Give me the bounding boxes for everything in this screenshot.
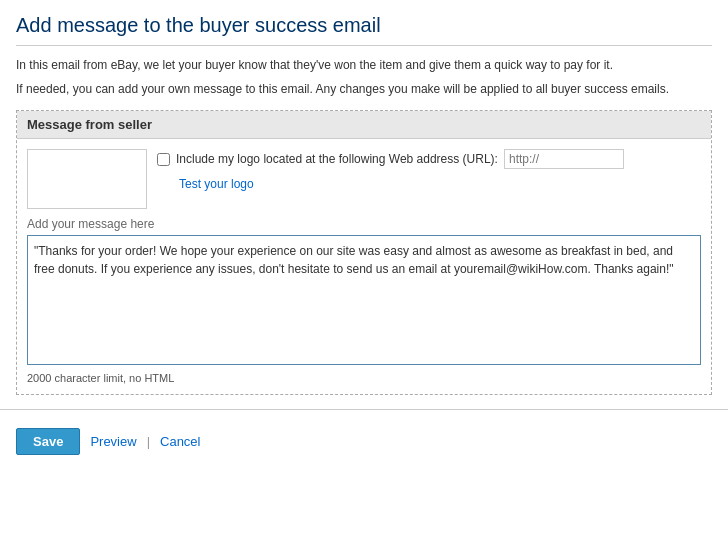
intro-text-1: In this email from eBay, we let your buy… — [16, 56, 712, 74]
char-limit-text: 2000 character limit, no HTML — [27, 372, 701, 384]
action-bar: Save Preview | Cancel — [0, 420, 728, 465]
message-placeholder-label: Add your message here — [27, 217, 701, 231]
logo-preview-box — [27, 149, 147, 209]
include-logo-checkbox[interactable] — [157, 153, 170, 166]
message-section: Message from seller Include my logo loca… — [16, 110, 712, 395]
message-textarea[interactable] — [27, 235, 701, 365]
cancel-link[interactable]: Cancel — [160, 434, 200, 449]
page-title: Add message to the buyer success email — [16, 14, 712, 46]
bottom-divider — [0, 409, 728, 410]
logo-row: Include my logo located at the following… — [27, 149, 701, 209]
section-content: Include my logo located at the following… — [17, 139, 711, 394]
page-wrapper: Add message to the buyer success email I… — [0, 0, 728, 395]
save-button[interactable]: Save — [16, 428, 80, 455]
preview-link[interactable]: Preview — [90, 434, 136, 449]
logo-url-input[interactable] — [504, 149, 624, 169]
logo-options: Include my logo located at the following… — [157, 149, 624, 191]
intro-text-2: If needed, you can add your own message … — [16, 80, 712, 98]
logo-checkbox-row: Include my logo located at the following… — [157, 149, 624, 169]
pipe-separator: | — [147, 434, 150, 449]
section-header: Message from seller — [17, 111, 711, 139]
test-logo-link[interactable]: Test your logo — [179, 177, 624, 191]
logo-checkbox-label: Include my logo located at the following… — [176, 152, 498, 166]
